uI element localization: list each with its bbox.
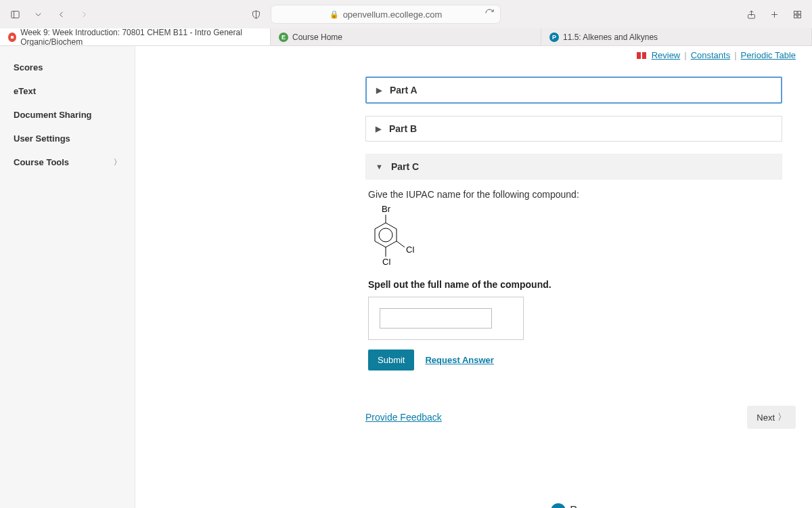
answer-input[interactable] xyxy=(380,308,492,329)
chevron-right-icon: 〉 xyxy=(114,157,121,167)
footer-brand: P Pearson xyxy=(365,503,796,508)
main-content: Review | Constants | Periodic Table ▶ Pa… xyxy=(135,46,812,508)
reload-icon[interactable] xyxy=(484,8,495,20)
constants-link[interactable]: Constants xyxy=(691,50,731,60)
answer-instruction: Spell out the full name of the compound. xyxy=(368,279,780,290)
tab-section[interactable]: P 11.5: Alkenes and Alkynes xyxy=(541,28,812,45)
pearson-logo-icon: P xyxy=(551,503,566,508)
next-button[interactable]: Next 〉 xyxy=(747,406,796,429)
svg-rect-8 xyxy=(794,15,796,18)
browser-toolbar: 🔒 openvellum.ecollege.com xyxy=(0,0,812,28)
sidebar-item-label: Course Tools xyxy=(14,157,69,167)
lock-icon: 🔒 xyxy=(330,10,339,19)
svg-point-12 xyxy=(379,228,392,242)
tabs-grid-icon[interactable] xyxy=(789,6,805,22)
arrow-right-icon: ▶ xyxy=(376,125,381,133)
cl-label: Cl xyxy=(382,257,390,267)
course-icon: E xyxy=(279,33,288,42)
url-text: openvellum.ecollege.com xyxy=(343,9,443,20)
submit-button[interactable]: Submit xyxy=(368,350,414,371)
periodic-table-link[interactable]: Periodic Table xyxy=(741,50,796,60)
tab-label: 11.5: Alkenes and Alkynes xyxy=(563,33,658,42)
provide-feedback-link[interactable]: Provide Feedback xyxy=(365,412,442,423)
svg-line-14 xyxy=(397,241,405,247)
svg-rect-6 xyxy=(794,11,796,14)
sidebar-item-etext[interactable]: eText xyxy=(0,79,135,103)
molecule-figure: Br Cl Cl xyxy=(371,204,780,271)
arrow-right-icon: ▶ xyxy=(376,86,382,95)
pearson-icon: P xyxy=(549,33,559,42)
sidebar-item-label: Scores xyxy=(14,62,43,72)
sidebar-item-document-sharing[interactable]: Document Sharing xyxy=(0,103,135,127)
footer: P Pearson Copyright © 2022 Pearson Educa… xyxy=(365,503,796,508)
sidebar-toggle-icon[interactable] xyxy=(7,6,23,22)
part-label: Part A xyxy=(390,85,418,96)
tab-label: Course Home xyxy=(292,33,342,42)
sidebar: Scores eText Document Sharing User Setti… xyxy=(0,46,135,508)
shield-icon[interactable] xyxy=(248,6,264,22)
part-a-header[interactable]: ▶ Part A xyxy=(365,77,782,104)
sidebar-item-scores[interactable]: Scores xyxy=(0,56,135,79)
answer-container xyxy=(368,297,524,340)
chevron-right-icon: 〉 xyxy=(777,411,786,423)
sidebar-item-user-settings[interactable]: User Settings xyxy=(0,127,135,150)
sidebar-item-course-tools[interactable]: Course Tools 〉 xyxy=(0,150,135,174)
cl-label: Cl xyxy=(406,245,414,255)
part-label: Part C xyxy=(391,161,419,172)
next-label: Next xyxy=(757,412,775,423)
sidebar-item-label: eText xyxy=(14,86,36,96)
tab-label: Week 9: Week Introduction: 70801 CHEM B1… xyxy=(20,28,262,47)
part-c-body: Give the IUPAC name for the following co… xyxy=(365,179,782,380)
svg-rect-7 xyxy=(798,11,800,14)
resource-links: Review | Constants | Periodic Table xyxy=(135,46,812,64)
question-prompt: Give the IUPAC name for the following co… xyxy=(368,189,780,200)
part-b-header[interactable]: ▶ Part B xyxy=(365,116,782,142)
url-bar[interactable]: 🔒 openvellum.ecollege.com xyxy=(271,5,501,24)
share-icon[interactable] xyxy=(743,6,759,22)
plus-icon[interactable] xyxy=(766,6,782,22)
tab-week9[interactable]: Week 9: Week Introduction: 70801 CHEM B1… xyxy=(0,28,271,45)
review-link[interactable]: Review xyxy=(652,50,681,60)
back-icon[interactable] xyxy=(53,6,69,22)
svg-rect-9 xyxy=(798,15,800,18)
part-label: Part B xyxy=(389,123,417,134)
tab-course-home[interactable]: E Course Home xyxy=(271,28,541,45)
sidebar-item-label: User Settings xyxy=(14,133,70,144)
tab-strip: Week 9: Week Introduction: 70801 CHEM B1… xyxy=(0,28,812,46)
br-label: Br xyxy=(382,204,391,214)
brand-name: Pearson xyxy=(570,505,610,508)
svg-marker-11 xyxy=(375,223,397,247)
canvas-icon xyxy=(8,33,16,42)
part-c-header[interactable]: ▼ Part C xyxy=(365,154,782,179)
request-answer-link[interactable]: Request Answer xyxy=(425,355,493,365)
forward-icon[interactable] xyxy=(76,6,92,22)
book-icon xyxy=(637,52,646,59)
arrow-down-icon: ▼ xyxy=(376,163,383,171)
chevron-down-icon[interactable] xyxy=(30,6,46,22)
sidebar-item-label: Document Sharing xyxy=(14,110,92,120)
svg-rect-0 xyxy=(11,11,18,18)
